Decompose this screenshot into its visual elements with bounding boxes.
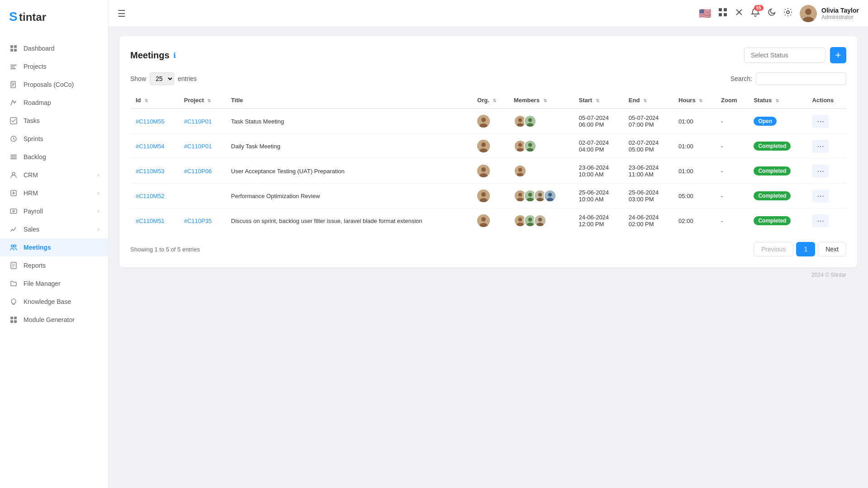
svg-point-74: [538, 193, 542, 197]
status-badge: Completed: [748, 134, 806, 159]
grid-icon[interactable]: [735, 8, 744, 19]
meetings-table: Id ⇅ Project ⇅ Title Org. ⇅ Members ⇅ St…: [130, 92, 846, 233]
meeting-id-link[interactable]: #C110M52: [136, 193, 165, 199]
svg-rect-10: [12, 83, 14, 84]
sort-icon: ⇅: [699, 98, 702, 103]
col-id[interactable]: Id ⇅: [130, 92, 179, 109]
row-action-button[interactable]: ⋯: [812, 190, 829, 203]
previous-button[interactable]: Previous: [754, 242, 793, 256]
sidebar-item-roadmap[interactable]: Roadmap: [0, 94, 108, 112]
row-action-button[interactable]: ⋯: [812, 140, 829, 153]
zoom: -: [716, 184, 748, 208]
svg-rect-31: [724, 8, 727, 11]
actions-cell: ⋯: [807, 184, 846, 208]
meeting-title: Daily Task Meeting: [226, 134, 472, 159]
hours: 01:00: [673, 134, 716, 159]
sidebar-item-meetings[interactable]: Meetings: [0, 238, 108, 256]
meeting-id-link[interactable]: #C110M53: [136, 168, 165, 175]
row-action-button[interactable]: ⋯: [812, 165, 829, 178]
svg-point-86: [528, 218, 532, 222]
svg-point-56: [528, 143, 532, 147]
svg-rect-3: [14, 45, 17, 48]
next-button[interactable]: Next: [818, 242, 846, 256]
col-project[interactable]: Project ⇅: [179, 92, 226, 109]
add-meeting-button[interactable]: +: [830, 47, 846, 63]
pagination-row: Showing 1 to 5 of 5 entries Previous 1 N…: [130, 242, 846, 256]
status-select-input[interactable]: [744, 47, 825, 63]
sidebar-item-proposals[interactable]: Proposals (CoCo): [0, 76, 108, 94]
sidebar-item-projects[interactable]: Projects: [0, 57, 108, 76]
notification-bell-icon[interactable]: 55: [751, 8, 760, 19]
col-start[interactable]: Start ⇅: [574, 92, 623, 109]
col-end[interactable]: End ⇅: [623, 92, 673, 109]
sidebar-item-payroll[interactable]: Payroll ›: [0, 202, 108, 220]
search-input[interactable]: [756, 72, 846, 85]
table-body: #C110M55#C110P01Task Status Meeting05-07…: [130, 109, 846, 233]
sidebar-item-sprints[interactable]: Sprints: [0, 130, 108, 148]
entries-select[interactable]: 25 10 50: [150, 72, 174, 85]
row-action-button[interactable]: ⋯: [812, 115, 829, 128]
sidebar-item-module-generator[interactable]: Module Generator: [0, 311, 108, 329]
apps-icon[interactable]: [718, 8, 727, 19]
logo[interactable]: S tintar: [0, 0, 108, 36]
roadmap-icon: [9, 98, 18, 107]
sidebar-item-hrm[interactable]: HRM ›: [0, 184, 108, 202]
project-link[interactable]: #C110P06: [184, 168, 212, 175]
info-icon[interactable]: ℹ: [173, 51, 176, 60]
sidebar-item-sales[interactable]: Sales ›: [0, 220, 108, 238]
svg-point-83: [518, 218, 522, 222]
start-datetime: 05-07-202406:00 PM: [574, 109, 623, 134]
user-details: Olivia Taylor Administrator: [821, 7, 859, 20]
sidebar-item-knowledge-base[interactable]: Knowledge Base: [0, 293, 108, 311]
menu-toggle-button[interactable]: ☰: [118, 8, 126, 19]
svg-point-21: [13, 210, 14, 212]
header-left: ☰: [118, 8, 126, 19]
sidebar-item-label: Meetings: [24, 244, 51, 251]
sidebar-item-crm[interactable]: CRM ›: [0, 166, 108, 184]
actions-cell: ⋯: [807, 159, 846, 184]
end-datetime: 24-06-202402:00 PM: [623, 208, 673, 233]
col-org[interactable]: Org. ⇅: [472, 92, 508, 109]
col-members[interactable]: Members ⇅: [508, 92, 574, 109]
show-entries: Show 25 10 50 entries: [130, 72, 197, 85]
user-profile[interactable]: Olivia Taylor Administrator: [800, 5, 859, 22]
row-action-button[interactable]: ⋯: [812, 214, 829, 227]
table-row: #C110M54#C110P01Daily Task Meeting02-07-…: [130, 134, 846, 159]
dashboard-icon: [9, 44, 18, 53]
top-header: ☰ 🇺🇸 55: [109, 0, 868, 27]
theme-toggle-icon[interactable]: [767, 8, 776, 19]
main-content: ☰ 🇺🇸 55: [109, 0, 868, 488]
member-avatars: [508, 109, 574, 134]
entries-label: entries: [178, 75, 197, 82]
sales-icon: [9, 225, 18, 234]
sort-icon: ⇅: [596, 98, 599, 103]
sidebar-item-tasks[interactable]: Tasks: [0, 112, 108, 130]
col-hours[interactable]: Hours ⇅: [673, 92, 716, 109]
project-link[interactable]: #C110P01: [184, 118, 212, 125]
svg-rect-28: [10, 320, 13, 323]
actions-cell: ⋯: [807, 134, 846, 159]
meeting-id-link[interactable]: #C110M51: [136, 218, 165, 224]
svg-point-62: [518, 168, 522, 172]
page-1-button[interactable]: 1: [796, 242, 815, 256]
svg-rect-33: [724, 13, 727, 16]
meeting-id-link[interactable]: #C110M55: [136, 118, 165, 125]
language-flag[interactable]: 🇺🇸: [699, 8, 711, 19]
sidebar-item-backlog[interactable]: Backlog: [0, 148, 108, 166]
col-status[interactable]: Status ⇅: [748, 92, 806, 109]
meeting-id-link[interactable]: #C110M54: [136, 143, 165, 150]
project-link[interactable]: #C110P01: [184, 143, 212, 150]
sidebar-item-label: Dashboard: [24, 45, 55, 52]
svg-point-89: [538, 218, 542, 222]
sort-icon: ⇅: [144, 98, 148, 103]
settings-icon[interactable]: [783, 8, 792, 19]
sidebar-item-dashboard[interactable]: Dashboard: [0, 39, 108, 57]
project-link[interactable]: #C110P35: [184, 218, 212, 224]
end-datetime: 23-06-202411:00 AM: [623, 159, 673, 184]
sidebar-item-reports[interactable]: Reports: [0, 256, 108, 275]
svg-rect-20: [10, 209, 17, 213]
sidebar-item-file-manager[interactable]: File Manager: [0, 275, 108, 293]
sidebar-item-label: Reports: [24, 262, 46, 269]
svg-point-38: [805, 9, 811, 15]
svg-point-22: [11, 245, 14, 247]
